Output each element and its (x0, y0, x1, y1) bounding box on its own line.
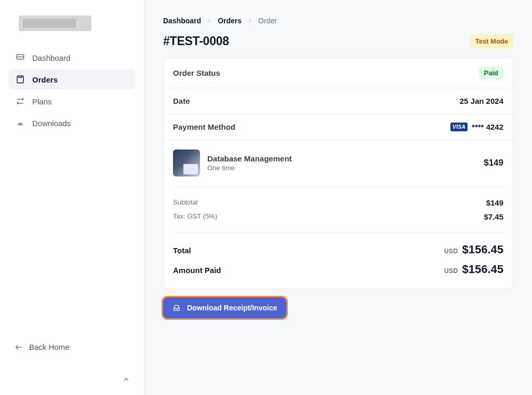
summary-section: Subtotal $149 Tax: GST (5%) $7.45 (173, 187, 503, 233)
breadcrumb: Dashboard Orders Order (163, 17, 513, 25)
svg-rect-2 (17, 76, 23, 83)
sidebar-item-orders[interactable]: Orders (8, 70, 136, 89)
main-content: Dashboard Orders Order #TEST-0008 Test M… (144, 0, 532, 395)
download-receipt-label: Download Receipt/Invoice (187, 304, 277, 312)
chevron-up-icon (123, 376, 130, 383)
download-receipt-button[interactable]: Download Receipt/Invoice (163, 297, 286, 318)
breadcrumb-dashboard[interactable]: Dashboard (163, 17, 201, 25)
sidebar-item-label: Downloads (32, 119, 71, 128)
product-name: Database Management (207, 154, 292, 163)
dashboard-icon (16, 53, 25, 62)
total-label: Total (173, 246, 191, 255)
subtotal-value: $149 (486, 198, 503, 207)
sidebar-item-label: Plans (32, 97, 52, 106)
inbox-icon (172, 304, 181, 312)
sidebar-item-label: Dashboard (32, 53, 70, 62)
visa-icon: VISA (450, 122, 468, 131)
product-thumbnail (173, 149, 200, 176)
sidebar-item-dashboard[interactable]: Dashboard (8, 48, 136, 67)
currency-label: USD (444, 248, 458, 255)
sidebar-item-label: Orders (32, 75, 58, 84)
tax-label: Tax: GST (5%) (173, 212, 217, 221)
card-number: **** 4242 (472, 122, 503, 131)
back-home-link[interactable]: Back Home (8, 337, 136, 357)
payment-method-label: Payment Method (173, 122, 235, 131)
logo (19, 16, 91, 31)
plans-icon (16, 97, 25, 106)
total-value: $156.45 (462, 243, 503, 256)
date-value: 25 Jan 2024 (460, 97, 503, 105)
subtotal-label: Subtotal (173, 198, 198, 207)
sidebar-nav: Dashboard Orders Plans Downloads (8, 48, 136, 133)
tax-value: $7.45 (484, 212, 503, 221)
product-subtitle: One time (207, 164, 292, 172)
arrow-left-icon (15, 343, 23, 351)
currency-label: USD (444, 267, 458, 275)
sidebar-collapse-button[interactable] (120, 373, 132, 386)
order-card: Order Status Paid Date 25 Jan 2024 Payme… (163, 58, 513, 289)
sidebar-item-plans[interactable]: Plans (8, 91, 136, 111)
page-title: #TEST-0008 (163, 34, 229, 48)
product-price: $149 (484, 158, 503, 168)
line-item: Database Management One time $149 (173, 149, 503, 187)
amount-paid-label: Amount Paid (173, 266, 221, 275)
breadcrumb-current: Order (258, 17, 277, 25)
amount-paid-value: $156.45 (462, 263, 503, 276)
downloads-icon (16, 118, 25, 128)
date-label: Date (173, 97, 190, 105)
totals-section: Total USD $156.45 Amount Paid USD $156.4… (173, 233, 503, 279)
back-home-label: Back Home (29, 343, 70, 351)
orders-icon (16, 75, 25, 84)
breadcrumb-orders[interactable]: Orders (218, 17, 242, 25)
payment-method-value: VISA **** 4242 (450, 122, 503, 131)
status-badge: Paid (479, 66, 503, 79)
sidebar: Dashboard Orders Plans Downloads Back Ho… (0, 0, 144, 395)
chevron-right-icon (206, 18, 212, 24)
test-mode-badge: Test Mode (470, 34, 513, 48)
order-status-label: Order Status (173, 69, 220, 77)
sidebar-item-downloads[interactable]: Downloads (8, 113, 136, 133)
chevron-right-icon (247, 18, 253, 24)
